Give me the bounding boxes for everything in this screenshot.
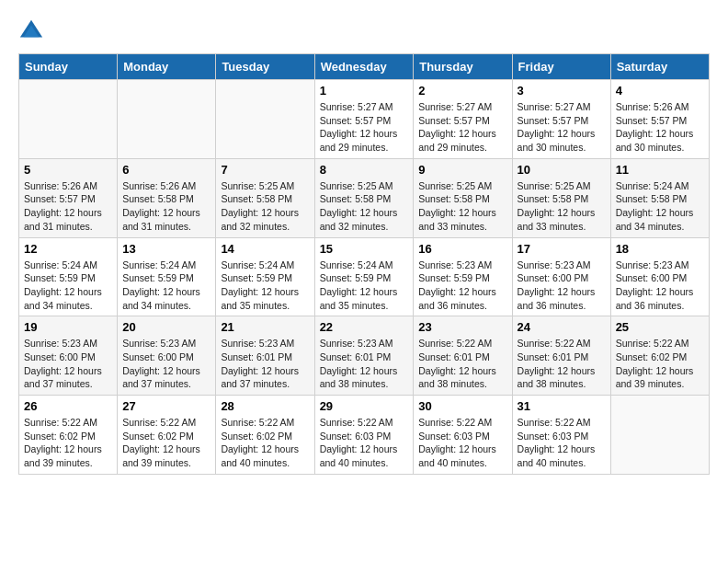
day-info: Sunrise: 5:22 AM Sunset: 6:03 PM Dayligh… (418, 416, 506, 470)
day-info: Sunrise: 5:23 AM Sunset: 6:00 PM Dayligh… (122, 337, 210, 391)
day-cell: 9Sunrise: 5:25 AM Sunset: 5:58 PM Daylig… (414, 158, 512, 237)
day-number: 6 (122, 163, 210, 177)
logo-icon (18, 18, 44, 44)
day-cell: 8Sunrise: 5:25 AM Sunset: 5:58 PM Daylig… (314, 158, 414, 237)
day-cell: 15Sunrise: 5:24 AM Sunset: 5:59 PM Dayli… (314, 237, 414, 316)
calendar-table: SundayMondayTuesdayWednesdayThursdayFrid… (18, 53, 710, 475)
day-info: Sunrise: 5:26 AM Sunset: 5:58 PM Dayligh… (122, 179, 210, 234)
day-cell (216, 80, 314, 159)
day-info: Sunrise: 5:27 AM Sunset: 5:57 PM Dayligh… (320, 100, 409, 155)
day-number: 13 (122, 242, 210, 256)
day-info: Sunrise: 5:22 AM Sunset: 6:03 PM Dayligh… (320, 416, 409, 470)
page-header (18, 18, 710, 44)
day-cell: 12Sunrise: 5:24 AM Sunset: 5:59 PM Dayli… (19, 237, 118, 316)
day-cell: 23Sunrise: 5:22 AM Sunset: 6:01 PM Dayli… (414, 316, 512, 396)
day-cell: 28Sunrise: 5:22 AM Sunset: 6:02 PM Dayli… (216, 396, 314, 475)
day-cell: 25Sunrise: 5:22 AM Sunset: 6:02 PM Dayli… (610, 316, 709, 396)
week-row-3: 12Sunrise: 5:24 AM Sunset: 5:59 PM Dayli… (19, 237, 710, 316)
day-cell: 31Sunrise: 5:22 AM Sunset: 6:03 PM Dayli… (512, 396, 610, 475)
day-cell: 14Sunrise: 5:24 AM Sunset: 5:59 PM Dayli… (216, 237, 314, 316)
day-number: 3 (518, 84, 606, 98)
day-info: Sunrise: 5:24 AM Sunset: 5:59 PM Dayligh… (221, 259, 309, 313)
day-cell: 17Sunrise: 5:23 AM Sunset: 6:00 PM Dayli… (512, 237, 610, 316)
day-info: Sunrise: 5:23 AM Sunset: 6:01 PM Dayligh… (221, 337, 309, 391)
day-info: Sunrise: 5:22 AM Sunset: 6:01 PM Dayligh… (518, 337, 606, 391)
day-number: 10 (518, 163, 606, 177)
day-info: Sunrise: 5:22 AM Sunset: 6:03 PM Dayligh… (518, 416, 606, 470)
day-number: 11 (616, 163, 704, 177)
day-cell (118, 80, 216, 159)
day-info: Sunrise: 5:24 AM Sunset: 5:59 PM Dayligh… (24, 259, 112, 313)
day-info: Sunrise: 5:23 AM Sunset: 6:00 PM Dayligh… (24, 337, 112, 391)
header-row: SundayMondayTuesdayWednesdayThursdayFrid… (19, 54, 710, 80)
day-info: Sunrise: 5:22 AM Sunset: 6:01 PM Dayligh… (418, 337, 506, 391)
day-info: Sunrise: 5:24 AM Sunset: 5:59 PM Dayligh… (320, 259, 409, 313)
day-info: Sunrise: 5:22 AM Sunset: 6:02 PM Dayligh… (122, 416, 210, 470)
day-number: 17 (518, 242, 606, 256)
day-number: 12 (24, 242, 112, 256)
day-cell: 10Sunrise: 5:25 AM Sunset: 5:58 PM Dayli… (512, 158, 610, 237)
day-cell: 27Sunrise: 5:22 AM Sunset: 6:02 PM Dayli… (118, 396, 216, 475)
col-header-saturday: Saturday (610, 54, 709, 80)
day-cell: 22Sunrise: 5:23 AM Sunset: 6:01 PM Dayli… (314, 316, 414, 396)
day-info: Sunrise: 5:23 AM Sunset: 6:00 PM Dayligh… (616, 259, 704, 313)
day-info: Sunrise: 5:26 AM Sunset: 5:57 PM Dayligh… (616, 100, 704, 155)
day-number: 5 (24, 163, 112, 177)
day-cell: 21Sunrise: 5:23 AM Sunset: 6:01 PM Dayli… (216, 316, 314, 396)
day-cell (19, 80, 118, 159)
day-cell: 20Sunrise: 5:23 AM Sunset: 6:00 PM Dayli… (118, 316, 216, 396)
day-cell: 3Sunrise: 5:27 AM Sunset: 5:57 PM Daylig… (512, 80, 610, 159)
day-cell: 30Sunrise: 5:22 AM Sunset: 6:03 PM Dayli… (414, 396, 512, 475)
week-row-1: 1Sunrise: 5:27 AM Sunset: 5:57 PM Daylig… (19, 80, 710, 159)
day-number: 31 (518, 399, 606, 413)
logo (18, 18, 48, 44)
day-number: 16 (418, 242, 506, 256)
day-number: 30 (418, 399, 506, 413)
day-number: 19 (24, 320, 112, 334)
day-number: 2 (418, 84, 506, 98)
day-number: 8 (320, 163, 409, 177)
day-number: 28 (221, 399, 309, 413)
day-number: 20 (122, 320, 210, 334)
day-info: Sunrise: 5:25 AM Sunset: 5:58 PM Dayligh… (418, 179, 506, 234)
day-info: Sunrise: 5:22 AM Sunset: 6:02 PM Dayligh… (221, 416, 309, 470)
day-number: 29 (320, 399, 409, 413)
day-number: 9 (418, 163, 506, 177)
day-cell: 16Sunrise: 5:23 AM Sunset: 5:59 PM Dayli… (414, 237, 512, 316)
day-info: Sunrise: 5:25 AM Sunset: 5:58 PM Dayligh… (518, 179, 606, 234)
day-info: Sunrise: 5:23 AM Sunset: 5:59 PM Dayligh… (418, 259, 506, 313)
day-number: 7 (221, 163, 309, 177)
day-number: 24 (518, 320, 606, 334)
week-row-2: 5Sunrise: 5:26 AM Sunset: 5:57 PM Daylig… (19, 158, 710, 237)
day-info: Sunrise: 5:22 AM Sunset: 6:02 PM Dayligh… (24, 416, 112, 470)
day-info: Sunrise: 5:22 AM Sunset: 6:02 PM Dayligh… (616, 337, 704, 391)
day-cell: 26Sunrise: 5:22 AM Sunset: 6:02 PM Dayli… (19, 396, 118, 475)
day-number: 27 (122, 399, 210, 413)
day-number: 18 (616, 242, 704, 256)
day-cell: 13Sunrise: 5:24 AM Sunset: 5:59 PM Dayli… (118, 237, 216, 316)
col-header-monday: Monday (118, 54, 216, 80)
col-header-wednesday: Wednesday (314, 54, 414, 80)
col-header-friday: Friday (512, 54, 610, 80)
day-info: Sunrise: 5:25 AM Sunset: 5:58 PM Dayligh… (320, 179, 409, 234)
day-cell: 1Sunrise: 5:27 AM Sunset: 5:57 PM Daylig… (314, 80, 414, 159)
day-info: Sunrise: 5:24 AM Sunset: 5:59 PM Dayligh… (122, 259, 210, 313)
col-header-tuesday: Tuesday (216, 54, 314, 80)
day-number: 22 (320, 320, 409, 334)
day-cell: 4Sunrise: 5:26 AM Sunset: 5:57 PM Daylig… (610, 80, 709, 159)
day-info: Sunrise: 5:26 AM Sunset: 5:57 PM Dayligh… (24, 179, 112, 234)
day-cell: 2Sunrise: 5:27 AM Sunset: 5:57 PM Daylig… (414, 80, 512, 159)
col-header-thursday: Thursday (414, 54, 512, 80)
day-cell: 6Sunrise: 5:26 AM Sunset: 5:58 PM Daylig… (118, 158, 216, 237)
day-cell: 24Sunrise: 5:22 AM Sunset: 6:01 PM Dayli… (512, 316, 610, 396)
day-number: 21 (221, 320, 309, 334)
day-cell: 7Sunrise: 5:25 AM Sunset: 5:58 PM Daylig… (216, 158, 314, 237)
day-number: 15 (320, 242, 409, 256)
day-cell: 18Sunrise: 5:23 AM Sunset: 6:00 PM Dayli… (610, 237, 709, 316)
day-number: 1 (320, 84, 409, 98)
day-number: 23 (418, 320, 506, 334)
day-info: Sunrise: 5:23 AM Sunset: 6:01 PM Dayligh… (320, 337, 409, 391)
day-info: Sunrise: 5:24 AM Sunset: 5:58 PM Dayligh… (616, 179, 704, 234)
day-info: Sunrise: 5:27 AM Sunset: 5:57 PM Dayligh… (518, 100, 606, 155)
col-header-sunday: Sunday (19, 54, 118, 80)
